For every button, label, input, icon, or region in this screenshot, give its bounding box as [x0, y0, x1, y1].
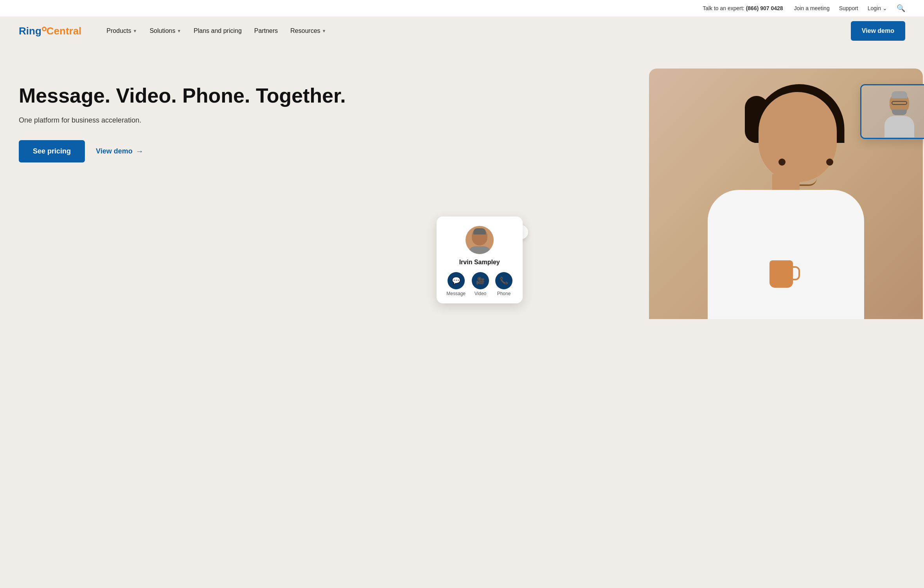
see-pricing-button[interactable]: See pricing: [19, 140, 85, 162]
man-beard: [892, 110, 907, 115]
video-label: Video: [475, 291, 486, 296]
man-glasses: [892, 101, 907, 105]
chevron-down-icon: ▼: [322, 29, 326, 33]
contact-card: Irvin Sampley 💬 Message 🎥 Video 📞 Phone: [437, 216, 523, 303]
video-thumbnail: [860, 84, 924, 139]
chevron-down-icon: ▼: [133, 29, 137, 33]
person-head: [759, 92, 837, 182]
person-eyes: [778, 159, 833, 166]
phone-icon: 📞: [495, 272, 512, 289]
contact-action-message[interactable]: 💬 Message: [446, 272, 466, 296]
contact-avatar: [466, 226, 494, 254]
video-thumbnail-inner: [861, 85, 924, 138]
join-meeting-link[interactable]: Join a meeting: [794, 5, 830, 11]
chevron-down-icon: ⌄: [883, 5, 887, 11]
person-eye-left: [778, 159, 786, 166]
hero-headline: Message. Video. Phone. Together.: [19, 84, 444, 107]
chevron-down-icon: ▼: [177, 29, 181, 33]
man-head: [890, 92, 909, 114]
nav-plans-pricing[interactable]: Plans and pricing: [187, 24, 248, 38]
man-body: [884, 116, 914, 137]
phone-label: Phone: [497, 291, 511, 296]
video-icon: 🎥: [472, 272, 489, 289]
nav-resources[interactable]: Resources ▼: [284, 24, 332, 38]
hero-visual: 👤 Let's kick this project off Irvin Samp…: [444, 69, 923, 319]
contact-name: Irvin Sampley: [444, 259, 515, 266]
view-demo-nav-button[interactable]: View demo: [851, 21, 905, 41]
hero-subheadline: One platform for business acceleration.: [19, 116, 444, 124]
logo-ring: Ring: [19, 25, 47, 37]
hero-content: Message. Video. Phone. Together. One pla…: [19, 69, 444, 162]
nav-partners[interactable]: Partners: [248, 24, 284, 38]
man-hair: [892, 91, 907, 98]
arrow-icon: →: [136, 147, 144, 156]
ring-icon: [42, 27, 47, 31]
login-link[interactable]: Login ⌄: [868, 5, 887, 11]
nav-items: Products ▼ Solutions ▼ Plans and pricing…: [100, 24, 850, 38]
person-eye-right: [826, 159, 833, 166]
man-figure: [882, 86, 917, 137]
message-icon: 💬: [448, 272, 465, 289]
contact-avatar-body: [468, 246, 491, 254]
contact-action-video[interactable]: 🎥 Video: [472, 272, 489, 296]
contact-phone: Talk to an expert: (866) 907 0428: [703, 5, 783, 11]
hero-section: Message. Video. Phone. Together. One pla…: [0, 45, 924, 319]
nav-products[interactable]: Products ▼: [100, 24, 143, 38]
contact-avatar-head: [472, 228, 487, 245]
contact-avatar-hair: [473, 228, 486, 234]
hero-buttons: See pricing View demo →: [19, 140, 444, 162]
search-icon[interactable]: 🔍: [897, 4, 905, 13]
top-bar: Talk to an expert: (866) 907 0428 Join a…: [0, 0, 924, 17]
logo-central: Central: [47, 25, 82, 37]
view-demo-button[interactable]: View demo →: [96, 147, 144, 156]
person-shirt: [708, 190, 864, 319]
main-nav: Ring Central Products ▼ Solutions ▼ Plan…: [0, 17, 924, 45]
contact-action-phone[interactable]: 📞 Phone: [495, 272, 512, 296]
support-link[interactable]: Support: [839, 5, 858, 11]
logo[interactable]: Ring Central: [19, 25, 81, 37]
coffee-mug: [769, 260, 793, 288]
contact-actions: 💬 Message 🎥 Video 📞 Phone: [444, 272, 515, 296]
message-label: Message: [446, 291, 466, 296]
nav-solutions[interactable]: Solutions ▼: [143, 24, 187, 38]
